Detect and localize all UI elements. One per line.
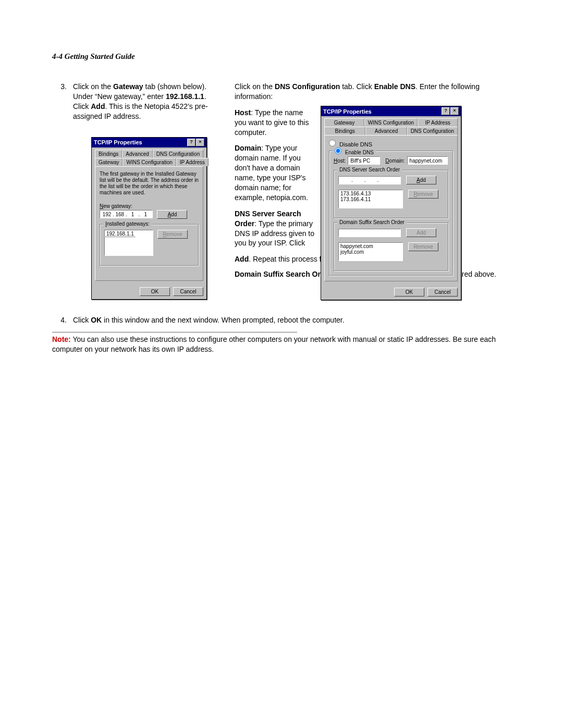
enable-dns-radio[interactable]: Enable DNS <box>333 147 376 155</box>
suffix-list[interactable]: happynet.com joyful.com <box>338 242 403 261</box>
note-label: Note: <box>52 335 71 343</box>
tab-dns-config[interactable]: DNS Configuration <box>153 150 203 158</box>
ok-button[interactable]: OK <box>394 288 424 297</box>
new-gateway-input[interactable]: 192. 168. 1. 1 <box>100 210 153 218</box>
page-header: 4-4 Getting Started Guide <box>52 52 516 61</box>
tab-gateway[interactable]: Gateway <box>95 158 123 166</box>
dns-ip-input[interactable]: ... <box>338 176 401 184</box>
dns-order-label: DNS Server Search Order <box>337 167 402 172</box>
suffix-remove-button[interactable]: Remove <box>408 242 438 251</box>
note-text: You can also use these instructions to c… <box>52 335 496 353</box>
tab-bindings[interactable]: Bindings <box>324 127 365 135</box>
tab-dns-config[interactable]: DNS Configuration <box>407 127 458 135</box>
tab-advanced[interactable]: Advanced <box>122 150 152 158</box>
list-item[interactable]: joyful.com <box>339 249 402 255</box>
host-input[interactable] <box>348 156 380 165</box>
list-item[interactable]: happynet.com <box>339 243 402 249</box>
help-icon[interactable]: ? <box>187 139 195 146</box>
dns-add-button[interactable]: Add <box>406 176 436 184</box>
list-item[interactable]: 173.166.4.11 <box>339 196 402 202</box>
domain-label: Domain: <box>385 158 405 164</box>
step-4-number: 4. <box>52 315 73 325</box>
host-label: Host: <box>334 158 346 164</box>
dialog-title: TCP/IP Properties <box>323 108 372 115</box>
ok-button[interactable]: OK <box>140 287 170 296</box>
step-3-text: Click on the Gateway tab (shown below). … <box>73 82 224 121</box>
note: Note: You can also use these instruction… <box>52 335 516 354</box>
dialog-titlebar: TCP/IP Properties ? × <box>321 106 461 116</box>
new-gateway-label: New gateway: <box>100 203 199 209</box>
list-item[interactable]: 173.166.4.13 <box>339 191 402 196</box>
cancel-button[interactable]: Cancel <box>427 288 458 297</box>
divider <box>52 332 297 332</box>
installed-gateways-list[interactable]: 192.168.1.1 <box>104 230 153 256</box>
tab-wins[interactable]: WINS Configuration <box>123 158 176 166</box>
tcpip-gateway-dialog: TCP/IP Properties ? × Bindings Advanced … <box>91 137 207 300</box>
close-icon[interactable]: × <box>450 107 459 115</box>
installed-gateways-label: Installed gateways: <box>103 221 152 227</box>
tab-wins[interactable]: WINS Configuration <box>364 118 418 127</box>
disable-dns-radio[interactable]: Disable DNS <box>329 141 372 147</box>
step-3-number: 3. <box>52 82 73 121</box>
list-item[interactable]: 192.168.1.1 <box>105 231 135 237</box>
help-icon[interactable]: ? <box>442 107 450 115</box>
remove-button[interactable]: Remove <box>157 230 188 239</box>
tab-gateway[interactable]: Gateway <box>324 118 364 127</box>
suffix-order-label: Domain Suffix Search Order <box>337 219 407 225</box>
close-icon[interactable]: × <box>196 139 204 146</box>
tab-advanced[interactable]: Advanced <box>365 127 407 135</box>
dns-list[interactable]: 173.166.4.13 173.166.4.11 <box>338 190 403 208</box>
suffix-add-button[interactable]: Add <box>406 228 436 237</box>
tcpip-dns-dialog: TCP/IP Properties ? × Gateway WINS Confi… <box>321 106 461 300</box>
dialog-titlebar: TCP/IP Properties ? × <box>92 138 206 147</box>
suffix-input[interactable] <box>338 229 401 237</box>
domain-input[interactable] <box>407 156 448 165</box>
step-4-text: Click OK in this window and the next win… <box>73 315 345 325</box>
dialog-title: TCP/IP Properties <box>94 139 142 145</box>
gateway-help-text: The first gateway in the Installed Gatew… <box>100 171 199 196</box>
add-button[interactable]: Add <box>157 210 187 219</box>
dns-remove-button[interactable]: Remove <box>408 190 438 199</box>
tab-bindings[interactable]: Bindings <box>95 150 122 158</box>
step-4: 4. Click OK in this window and the next … <box>52 315 516 325</box>
tab-ip-address[interactable]: IP Address <box>418 118 458 127</box>
tab-ip-address[interactable]: IP Address <box>176 158 209 166</box>
cancel-button[interactable]: Cancel <box>173 287 203 296</box>
